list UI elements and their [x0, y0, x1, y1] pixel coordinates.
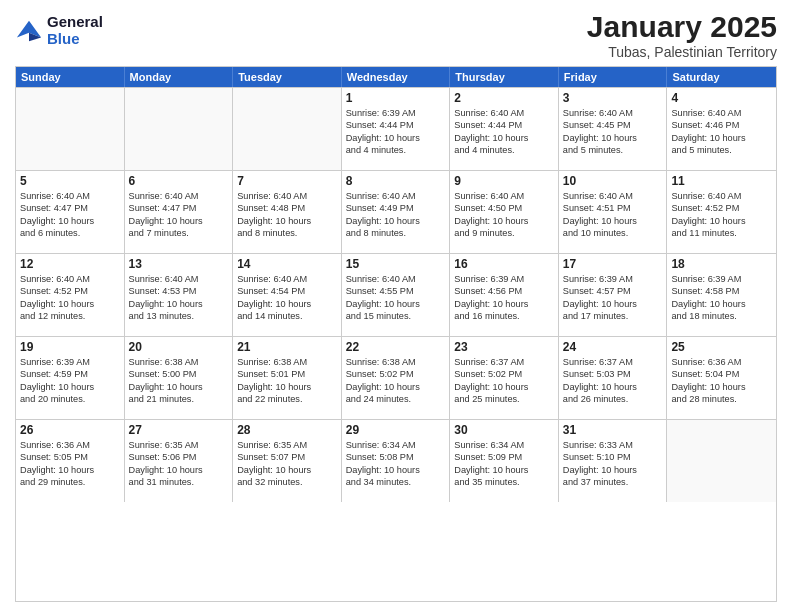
calendar-week-3: 12Sunrise: 6:40 AMSunset: 4:52 PMDayligh… — [16, 253, 776, 336]
calendar-week-2: 5Sunrise: 6:40 AMSunset: 4:47 PMDaylight… — [16, 170, 776, 253]
day-number: 1 — [346, 91, 446, 105]
day-number: 20 — [129, 340, 229, 354]
day-info: Sunrise: 6:37 AMSunset: 5:03 PMDaylight:… — [563, 356, 663, 406]
day-info: Sunrise: 6:35 AMSunset: 5:07 PMDaylight:… — [237, 439, 337, 489]
day-number: 15 — [346, 257, 446, 271]
day-cell-7: 7Sunrise: 6:40 AMSunset: 4:48 PMDaylight… — [233, 171, 342, 253]
day-cell-26: 26Sunrise: 6:36 AMSunset: 5:05 PMDayligh… — [16, 420, 125, 502]
day-cell-11: 11Sunrise: 6:40 AMSunset: 4:52 PMDayligh… — [667, 171, 776, 253]
day-of-week-sunday: Sunday — [16, 67, 125, 87]
day-number: 31 — [563, 423, 663, 437]
day-number: 25 — [671, 340, 772, 354]
calendar-title: January 2025 — [587, 10, 777, 44]
calendar-week-5: 26Sunrise: 6:36 AMSunset: 5:05 PMDayligh… — [16, 419, 776, 502]
day-info: Sunrise: 6:35 AMSunset: 5:06 PMDaylight:… — [129, 439, 229, 489]
day-cell-13: 13Sunrise: 6:40 AMSunset: 4:53 PMDayligh… — [125, 254, 234, 336]
day-info: Sunrise: 6:38 AMSunset: 5:02 PMDaylight:… — [346, 356, 446, 406]
day-of-week-saturday: Saturday — [667, 67, 776, 87]
day-info: Sunrise: 6:40 AMSunset: 4:44 PMDaylight:… — [454, 107, 554, 157]
day-number: 22 — [346, 340, 446, 354]
day-cell-21: 21Sunrise: 6:38 AMSunset: 5:01 PMDayligh… — [233, 337, 342, 419]
day-number: 28 — [237, 423, 337, 437]
calendar: SundayMondayTuesdayWednesdayThursdayFrid… — [15, 66, 777, 602]
title-block: January 2025 Tubas, Palestinian Territor… — [587, 10, 777, 60]
day-cell-2: 2Sunrise: 6:40 AMSunset: 4:44 PMDaylight… — [450, 88, 559, 170]
day-info: Sunrise: 6:39 AMSunset: 4:44 PMDaylight:… — [346, 107, 446, 157]
logo-icon — [15, 17, 43, 45]
day-of-week-thursday: Thursday — [450, 67, 559, 87]
day-cell-17: 17Sunrise: 6:39 AMSunset: 4:57 PMDayligh… — [559, 254, 668, 336]
day-cell-1: 1Sunrise: 6:39 AMSunset: 4:44 PMDaylight… — [342, 88, 451, 170]
header: General Blue January 2025 Tubas, Palesti… — [15, 10, 777, 60]
day-number: 27 — [129, 423, 229, 437]
day-info: Sunrise: 6:40 AMSunset: 4:53 PMDaylight:… — [129, 273, 229, 323]
day-cell-10: 10Sunrise: 6:40 AMSunset: 4:51 PMDayligh… — [559, 171, 668, 253]
day-cell-23: 23Sunrise: 6:37 AMSunset: 5:02 PMDayligh… — [450, 337, 559, 419]
day-info: Sunrise: 6:40 AMSunset: 4:51 PMDaylight:… — [563, 190, 663, 240]
day-cell-31: 31Sunrise: 6:33 AMSunset: 5:10 PMDayligh… — [559, 420, 668, 502]
day-info: Sunrise: 6:40 AMSunset: 4:55 PMDaylight:… — [346, 273, 446, 323]
day-cell-12: 12Sunrise: 6:40 AMSunset: 4:52 PMDayligh… — [16, 254, 125, 336]
day-info: Sunrise: 6:36 AMSunset: 5:04 PMDaylight:… — [671, 356, 772, 406]
day-number: 5 — [20, 174, 120, 188]
day-number: 18 — [671, 257, 772, 271]
day-number: 19 — [20, 340, 120, 354]
day-number: 10 — [563, 174, 663, 188]
day-cell-5: 5Sunrise: 6:40 AMSunset: 4:47 PMDaylight… — [16, 171, 125, 253]
day-number: 9 — [454, 174, 554, 188]
logo-general: General — [47, 14, 103, 31]
day-number: 24 — [563, 340, 663, 354]
day-number: 8 — [346, 174, 446, 188]
day-of-week-friday: Friday — [559, 67, 668, 87]
day-cell-25: 25Sunrise: 6:36 AMSunset: 5:04 PMDayligh… — [667, 337, 776, 419]
day-cell-3: 3Sunrise: 6:40 AMSunset: 4:45 PMDaylight… — [559, 88, 668, 170]
day-of-week-tuesday: Tuesday — [233, 67, 342, 87]
day-number: 4 — [671, 91, 772, 105]
day-cell-30: 30Sunrise: 6:34 AMSunset: 5:09 PMDayligh… — [450, 420, 559, 502]
day-of-week-wednesday: Wednesday — [342, 67, 451, 87]
day-cell-16: 16Sunrise: 6:39 AMSunset: 4:56 PMDayligh… — [450, 254, 559, 336]
day-cell-4: 4Sunrise: 6:40 AMSunset: 4:46 PMDaylight… — [667, 88, 776, 170]
day-info: Sunrise: 6:40 AMSunset: 4:47 PMDaylight:… — [20, 190, 120, 240]
day-cell-8: 8Sunrise: 6:40 AMSunset: 4:49 PMDaylight… — [342, 171, 451, 253]
day-number: 12 — [20, 257, 120, 271]
calendar-header: SundayMondayTuesdayWednesdayThursdayFrid… — [16, 67, 776, 87]
day-cell-28: 28Sunrise: 6:35 AMSunset: 5:07 PMDayligh… — [233, 420, 342, 502]
empty-cell — [667, 420, 776, 502]
day-number: 6 — [129, 174, 229, 188]
day-cell-6: 6Sunrise: 6:40 AMSunset: 4:47 PMDaylight… — [125, 171, 234, 253]
day-number: 3 — [563, 91, 663, 105]
day-cell-19: 19Sunrise: 6:39 AMSunset: 4:59 PMDayligh… — [16, 337, 125, 419]
day-number: 29 — [346, 423, 446, 437]
day-info: Sunrise: 6:40 AMSunset: 4:45 PMDaylight:… — [563, 107, 663, 157]
day-info: Sunrise: 6:40 AMSunset: 4:49 PMDaylight:… — [346, 190, 446, 240]
day-cell-18: 18Sunrise: 6:39 AMSunset: 4:58 PMDayligh… — [667, 254, 776, 336]
day-info: Sunrise: 6:33 AMSunset: 5:10 PMDaylight:… — [563, 439, 663, 489]
day-info: Sunrise: 6:38 AMSunset: 5:01 PMDaylight:… — [237, 356, 337, 406]
day-number: 11 — [671, 174, 772, 188]
day-number: 7 — [237, 174, 337, 188]
day-info: Sunrise: 6:40 AMSunset: 4:48 PMDaylight:… — [237, 190, 337, 240]
day-info: Sunrise: 6:39 AMSunset: 4:56 PMDaylight:… — [454, 273, 554, 323]
calendar-body: 1Sunrise: 6:39 AMSunset: 4:44 PMDaylight… — [16, 87, 776, 502]
day-number: 14 — [237, 257, 337, 271]
day-number: 16 — [454, 257, 554, 271]
day-number: 26 — [20, 423, 120, 437]
day-info: Sunrise: 6:40 AMSunset: 4:52 PMDaylight:… — [20, 273, 120, 323]
day-info: Sunrise: 6:40 AMSunset: 4:46 PMDaylight:… — [671, 107, 772, 157]
day-cell-24: 24Sunrise: 6:37 AMSunset: 5:03 PMDayligh… — [559, 337, 668, 419]
day-number: 2 — [454, 91, 554, 105]
calendar-week-1: 1Sunrise: 6:39 AMSunset: 4:44 PMDaylight… — [16, 87, 776, 170]
day-of-week-monday: Monday — [125, 67, 234, 87]
day-cell-27: 27Sunrise: 6:35 AMSunset: 5:06 PMDayligh… — [125, 420, 234, 502]
day-info: Sunrise: 6:34 AMSunset: 5:08 PMDaylight:… — [346, 439, 446, 489]
day-info: Sunrise: 6:39 AMSunset: 4:57 PMDaylight:… — [563, 273, 663, 323]
day-number: 13 — [129, 257, 229, 271]
day-info: Sunrise: 6:36 AMSunset: 5:05 PMDaylight:… — [20, 439, 120, 489]
day-cell-22: 22Sunrise: 6:38 AMSunset: 5:02 PMDayligh… — [342, 337, 451, 419]
day-cell-9: 9Sunrise: 6:40 AMSunset: 4:50 PMDaylight… — [450, 171, 559, 253]
logo: General Blue — [15, 10, 103, 47]
day-cell-14: 14Sunrise: 6:40 AMSunset: 4:54 PMDayligh… — [233, 254, 342, 336]
day-info: Sunrise: 6:37 AMSunset: 5:02 PMDaylight:… — [454, 356, 554, 406]
day-info: Sunrise: 6:34 AMSunset: 5:09 PMDaylight:… — [454, 439, 554, 489]
